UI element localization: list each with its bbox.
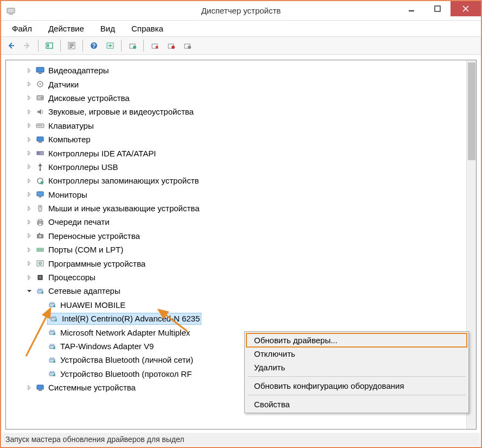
expand-icon[interactable]: [26, 163, 33, 171]
svg-point-48: [38, 249, 39, 250]
device-item[interactable]: Intel(R) Centrino(R) Advanced-N 6235: [8, 312, 474, 325]
tree-item-label: Мыши и иные указывающие устройства: [48, 204, 199, 213]
toolbar-separator: [60, 40, 61, 52]
svg-rect-3: [435, 6, 440, 11]
device-category[interactable]: Датчики: [8, 77, 474, 91]
menu-file[interactable]: Файл: [5, 23, 39, 34]
menu-separator: [248, 395, 466, 395]
expand-icon[interactable]: [26, 274, 33, 281]
tree-item-label: Устройства Bluetooth (личной сети): [60, 355, 193, 364]
app-icon: [5, 5, 16, 16]
expand-icon[interactable]: [26, 108, 33, 116]
tree-item-label: Порты (COM и LPT): [48, 245, 123, 254]
device-category[interactable]: Мониторы: [8, 188, 474, 201]
tree-item-label: Клавиатуры: [48, 121, 94, 130]
device-category[interactable]: Дисковые устройства: [8, 91, 474, 105]
close-button[interactable]: [451, 1, 481, 16]
uninstall-button[interactable]: [147, 38, 162, 53]
context-menu-item[interactable]: Обновить драйверы...: [246, 333, 467, 347]
device-category[interactable]: Клавиатуры: [8, 119, 474, 132]
context-menu-item[interactable]: Обновить конфигурацию оборудования: [246, 379, 467, 393]
svg-rect-21: [39, 73, 42, 74]
expand-icon[interactable]: [26, 67, 33, 74]
svg-point-56: [41, 292, 43, 294]
expand-icon[interactable]: [26, 122, 33, 129]
statusbar: Запуск мастера обновления драйверов для …: [2, 433, 480, 446]
svg-rect-30: [37, 137, 43, 141]
expand-icon[interactable]: [26, 80, 33, 88]
scan-button[interactable]: [103, 38, 118, 53]
svg-rect-27: [37, 125, 39, 126]
device-category[interactable]: Очереди печати: [8, 215, 474, 229]
expand-icon[interactable]: [26, 232, 33, 239]
update-driver-button[interactable]: [125, 38, 140, 53]
svg-rect-54: [39, 276, 41, 279]
device-category[interactable]: Видеоадаптеры: [8, 64, 474, 77]
expand-icon[interactable]: [26, 246, 33, 254]
svg-rect-69: [37, 385, 43, 389]
svg-rect-35: [40, 152, 40, 154]
storage-icon: [35, 176, 45, 186]
expand-icon[interactable]: [26, 136, 33, 143]
svg-point-49: [40, 249, 41, 250]
svg-point-66: [53, 361, 55, 363]
svg-rect-34: [39, 152, 39, 154]
disable-button[interactable]: [163, 38, 179, 53]
expand-icon[interactable]: [26, 191, 33, 198]
device-category[interactable]: Контроллеры IDE ATA/ATAPI: [8, 146, 474, 160]
device-category[interactable]: Сетевые адаптеры: [8, 284, 474, 298]
keyboard-icon: [35, 121, 45, 130]
device-category[interactable]: Звуковые, игровые и видеоустройства: [8, 105, 474, 118]
help-button[interactable]: ?: [86, 38, 102, 53]
enable-button[interactable]: [180, 38, 195, 53]
expand-icon[interactable]: [26, 384, 33, 392]
maximize-button[interactable]: [424, 1, 451, 16]
device-category[interactable]: Компьютер: [8, 132, 474, 146]
sensor-icon: [35, 79, 45, 89]
context-menu-item[interactable]: Удалить: [246, 361, 467, 374]
device-category[interactable]: Контроллеры USB: [8, 160, 474, 174]
svg-point-62: [53, 333, 55, 335]
device-category[interactable]: Контроллеры запоминающих устройств: [8, 174, 474, 187]
svg-point-68: [53, 374, 55, 376]
expand-icon[interactable]: [26, 260, 33, 267]
show-hidden-button[interactable]: [42, 38, 57, 53]
context-menu-item[interactable]: Свойства: [246, 397, 467, 411]
expand-icon[interactable]: [26, 177, 33, 185]
network-icon: [47, 300, 57, 310]
properties-button[interactable]: [64, 38, 79, 53]
expand-icon[interactable]: [26, 205, 33, 212]
device-category[interactable]: Переносные устройства: [8, 229, 474, 243]
menu-view[interactable]: Вид: [94, 23, 122, 34]
forward-button[interactable]: [20, 38, 35, 53]
printer-icon: [35, 217, 45, 227]
svg-rect-8: [69, 45, 74, 46]
device-category[interactable]: Порты (COM и LPT): [8, 243, 474, 256]
network-icon: [47, 355, 57, 365]
context-menu[interactable]: Обновить драйверы...ОтключитьУдалитьОбно…: [244, 331, 469, 413]
expand-icon[interactable]: [26, 149, 33, 157]
expand-icon[interactable]: [26, 94, 33, 102]
menu-help[interactable]: Справка: [125, 23, 170, 34]
expand-icon[interactable]: [26, 218, 33, 226]
device-category[interactable]: Процессоры: [8, 270, 474, 284]
svg-rect-70: [39, 390, 42, 391]
collapse-icon[interactable]: [26, 287, 33, 295]
svg-rect-46: [39, 233, 40, 234]
minimize-button[interactable]: [398, 1, 424, 16]
monitor-icon: [35, 190, 45, 199]
svg-rect-7: [69, 43, 74, 45]
svg-rect-2: [409, 10, 414, 11]
svg-rect-39: [37, 192, 43, 196]
menu-action[interactable]: Действие: [42, 23, 91, 34]
svg-point-36: [40, 169, 41, 171]
mouse-icon: [35, 204, 45, 213]
tree-item-label: Очереди печати: [48, 217, 110, 226]
scrollbar-thumb[interactable]: [468, 62, 475, 160]
svg-point-60: [55, 319, 57, 321]
device-category[interactable]: Программные устройства: [8, 256, 474, 270]
context-menu-item[interactable]: Отключить: [246, 347, 467, 361]
back-button[interactable]: [3, 38, 18, 53]
device-item[interactable]: HUAWEI MOBILE: [8, 298, 474, 312]
device-category[interactable]: Мыши и иные указывающие устройства: [8, 201, 474, 215]
